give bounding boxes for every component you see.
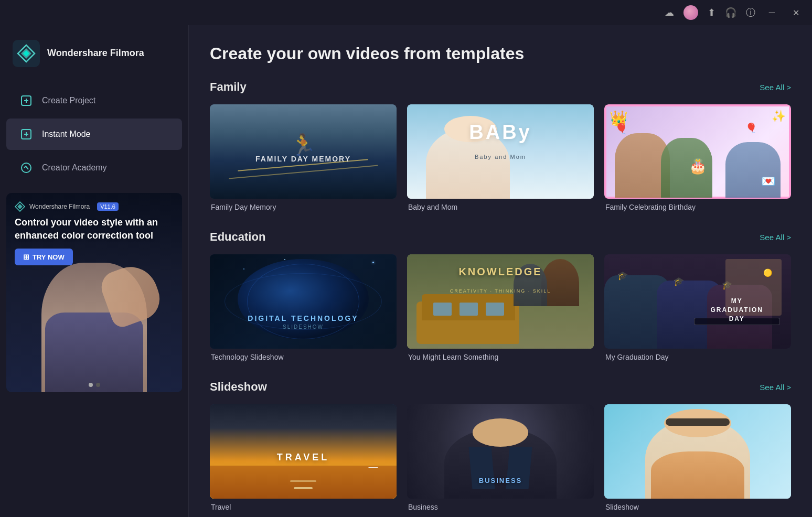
graduation-day-label: My Graduation Day [604, 353, 791, 361]
svg-point-9 [22, 163, 31, 173]
template-slideshow3[interactable]: Slideshow [604, 404, 791, 511]
page-title: Create your own videos from templates [210, 44, 791, 63]
slideshow-templates-grid: — TRAVEL Travel BUSINESS [210, 404, 791, 511]
promo-button-label: TRY NOW [33, 253, 65, 261]
education-see-all[interactable]: See All > [760, 233, 791, 242]
baby-thumb-sub: Baby and Mom [475, 154, 526, 160]
template-my-graduation-day[interactable]: 🎓 🎓 🎓 MYGRADUATIONDAY 🟡 My Graduation Da… [604, 254, 791, 361]
birthday-thumbnail: 🎂 👑 ✨ 💌 🎈 🎈 [604, 104, 791, 199]
template-business-slideshow[interactable]: BUSINESS Business [407, 404, 594, 511]
main-content: Create your own videos from templates Fa… [189, 25, 812, 517]
slideshow-section-title: Slideshow [210, 380, 267, 394]
education-section-title: Education [210, 230, 265, 244]
sidebar-item-instant-mode[interactable]: Instant Mode [6, 119, 182, 150]
logo-area: Wondershare Filmora [0, 25, 188, 84]
filmora-logo-svg [17, 44, 36, 63]
template-travel-slideshow[interactable]: — TRAVEL Travel [210, 404, 397, 511]
creator-academy-icon [19, 160, 34, 175]
minimize-button[interactable]: ─ [765, 6, 779, 19]
instant-mode-label: Instant Mode [42, 130, 91, 139]
promo-dots [89, 383, 100, 387]
baby-thumbnail: BABy Baby and Mom [407, 104, 594, 199]
cloud-icon[interactable]: ☁ [665, 7, 674, 18]
graduation-thumbnail: 🎓 🎓 🎓 MYGRADUATIONDAY 🟡 [604, 254, 791, 349]
family-section-title: Family [210, 80, 247, 94]
travel-thumbnail: — TRAVEL [210, 404, 397, 499]
knowledge-thumbnail: KNOWLEDGE CREATIVITY · THINKING · SKILL [407, 254, 594, 349]
sidebar: Wondershare Filmora Create Project I [0, 25, 189, 517]
tech-thumb-sub: SLIDESHOW [283, 324, 324, 330]
technology-slideshow-label: Technology Slideshow [210, 353, 397, 361]
tech-thumb-text: DIGITAL TECHNOLOGY [248, 314, 358, 322]
windows-icon: ⊞ [23, 253, 29, 261]
business-thumb-text: BUSINESS [479, 477, 522, 484]
create-project-icon [19, 93, 34, 108]
promo-brand-label: Wondershare Filmora [29, 203, 90, 210]
family-see-all[interactable]: See All > [760, 83, 791, 92]
family-section-header: Family See All > [210, 80, 791, 94]
template-technology-slideshow[interactable]: DIGITAL TECHNOLOGY SLIDESHOW Technology … [210, 254, 397, 361]
promo-version-badge: V11.6 [97, 202, 119, 211]
slideshow-section-header: Slideshow See All > [210, 380, 791, 394]
avatar-icon[interactable] [683, 5, 698, 20]
promo-filmora-icon [15, 201, 25, 212]
promo-background: Wondershare Filmora V11.6 Control your v… [6, 193, 182, 392]
slideshow-see-all[interactable]: See All > [760, 383, 791, 392]
family-day-thumbnail: 🏃 FAMILY DAY MEMORY [210, 104, 397, 199]
travel-label: Travel [210, 503, 397, 511]
creator-academy-label: Creator Academy [42, 163, 107, 173]
birthday-label: Family Celebrating Birthday [604, 203, 791, 211]
slideshow3-label: Slideshow [604, 503, 791, 511]
upload-icon[interactable]: ⬆ [708, 7, 715, 18]
baby-and-mom-label: Baby and Mom [407, 203, 594, 211]
knowledge-label: You Might Learn Something [407, 353, 594, 361]
family-day-label: Family Day Memory [210, 203, 397, 211]
section-slideshow: Slideshow See All > — TRAVEL [210, 380, 791, 511]
section-family: Family See All > 🏃 FAMILY DAY MEMORY [210, 80, 791, 211]
promo-try-now-button[interactable]: ⊞ TRY NOW [15, 249, 73, 265]
template-baby-and-mom[interactable]: BABy Baby and Mom Baby and Mom [407, 104, 594, 211]
create-project-label: Create Project [42, 96, 95, 105]
close-button[interactable]: ✕ [788, 6, 804, 20]
headphone-icon[interactable]: 🎧 [725, 7, 736, 18]
sidebar-item-creator-academy[interactable]: Creator Academy [6, 152, 182, 184]
knowledge-thumb-text: KNOWLEDGE [458, 266, 542, 278]
promo-logo-row: Wondershare Filmora V11.6 [15, 201, 174, 212]
family-day-thumb-text: FAMILY DAY MEMORY [255, 155, 351, 163]
promo-title: Control your video style with an enhance… [15, 216, 174, 242]
section-education: Education See All > [210, 230, 791, 361]
business-label: Business [407, 503, 594, 511]
education-templates-grid: DIGITAL TECHNOLOGY SLIDESHOW Technology … [210, 254, 791, 361]
logo-icon [13, 40, 40, 67]
template-family-day-memory[interactable]: 🏃 FAMILY DAY MEMORY Family Day Memory [210, 104, 397, 211]
promo-banner: Wondershare Filmora V11.6 Control your v… [6, 193, 182, 392]
promo-content: Wondershare Filmora V11.6 Control your v… [6, 193, 182, 274]
promo-dot-1[interactable] [89, 383, 93, 387]
titlebar: ☁ ⬆ 🎧 ⓘ ─ ✕ [0, 0, 812, 25]
business-thumbnail: BUSINESS [407, 404, 594, 499]
graduation-thumb-text: MYGRADUATIONDAY [711, 297, 763, 323]
tech-thumbnail: DIGITAL TECHNOLOGY SLIDESHOW [210, 254, 397, 349]
birthday-star-icon: ✨ [772, 110, 786, 123]
family-templates-grid: 🏃 FAMILY DAY MEMORY Family Day Memory [210, 104, 791, 211]
promo-dot-2[interactable] [96, 383, 100, 387]
logo-text: Wondershare Filmora [47, 47, 144, 59]
education-section-header: Education See All > [210, 230, 791, 244]
baby-thumb-text: BABy [469, 121, 531, 144]
instant-mode-icon [19, 127, 34, 142]
template-family-celebrating-birthday[interactable]: 🎂 👑 ✨ 💌 🎈 🎈 Family Celebrating Birthday [604, 104, 791, 211]
app-body: Wondershare Filmora Create Project I [0, 25, 812, 517]
template-you-might-learn-something[interactable]: KNOWLEDGE CREATIVITY · THINKING · SKILL … [407, 254, 594, 361]
slideshow3-thumbnail [604, 404, 791, 499]
info-icon[interactable]: ⓘ [746, 6, 755, 19]
travel-thumb-text: TRAVEL [277, 452, 330, 463]
svg-marker-11 [17, 204, 23, 209]
sidebar-item-create-project[interactable]: Create Project [6, 85, 182, 116]
